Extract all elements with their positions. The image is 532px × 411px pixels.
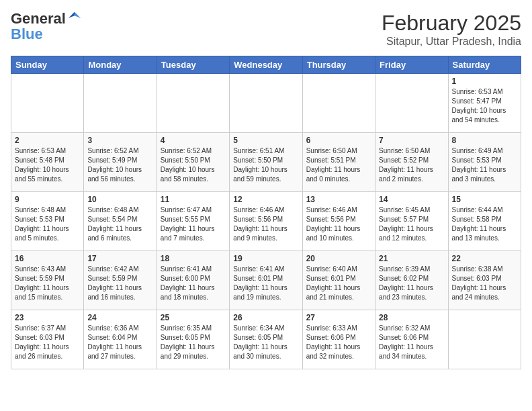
calendar-cell: 19Sunrise: 6:41 AM Sunset: 6:01 PM Dayli… (230, 251, 302, 310)
day-number: 18 (161, 254, 226, 263)
day-number: 8 (452, 136, 517, 145)
calendar-week-1: 1Sunrise: 6:53 AM Sunset: 5:47 PM Daylig… (11, 74, 521, 133)
calendar-cell (157, 74, 229, 133)
weekday-header-row: SundayMondayTuesdayWednesdayThursdayFrid… (11, 56, 521, 74)
day-number: 1 (452, 77, 517, 86)
calendar-cell (84, 74, 157, 133)
calendar-cell: 5Sunrise: 6:51 AM Sunset: 5:50 PM Daylig… (230, 133, 302, 192)
calendar-cell: 21Sunrise: 6:39 AM Sunset: 6:02 PM Dayli… (375, 251, 448, 310)
day-info: Sunrise: 6:35 AM Sunset: 6:05 PM Dayligh… (161, 324, 226, 361)
calendar-cell: 18Sunrise: 6:41 AM Sunset: 6:00 PM Dayli… (157, 251, 229, 310)
day-info: Sunrise: 6:47 AM Sunset: 5:55 PM Dayligh… (161, 205, 226, 243)
day-number: 12 (233, 195, 298, 204)
calendar-cell (448, 310, 521, 369)
day-number: 15 (452, 195, 517, 204)
day-info: Sunrise: 6:50 AM Sunset: 5:51 PM Dayligh… (306, 146, 371, 184)
calendar-cell: 3Sunrise: 6:52 AM Sunset: 5:49 PM Daylig… (84, 133, 157, 192)
day-number: 26 (233, 313, 298, 322)
weekday-friday: Friday (375, 56, 448, 74)
calendar-week-2: 2Sunrise: 6:53 AM Sunset: 5:48 PM Daylig… (11, 133, 521, 192)
calendar-cell: 17Sunrise: 6:42 AM Sunset: 5:59 PM Dayli… (84, 251, 157, 310)
day-info: Sunrise: 6:53 AM Sunset: 5:47 PM Dayligh… (452, 87, 517, 125)
day-number: 3 (87, 136, 152, 145)
calendar-cell: 8Sunrise: 6:49 AM Sunset: 5:53 PM Daylig… (448, 133, 521, 192)
calendar-cell: 9Sunrise: 6:48 AM Sunset: 5:53 PM Daylig… (11, 192, 84, 251)
calendar-cell: 1Sunrise: 6:53 AM Sunset: 5:47 PM Daylig… (448, 74, 521, 133)
day-info: Sunrise: 6:50 AM Sunset: 5:52 PM Dayligh… (379, 146, 444, 184)
calendar-cell: 11Sunrise: 6:47 AM Sunset: 5:55 PM Dayli… (157, 192, 229, 251)
day-info: Sunrise: 6:43 AM Sunset: 5:59 PM Dayligh… (15, 265, 80, 302)
day-info: Sunrise: 6:36 AM Sunset: 6:04 PM Dayligh… (87, 324, 152, 361)
calendar-cell: 26Sunrise: 6:34 AM Sunset: 6:05 PM Dayli… (230, 310, 302, 369)
day-number: 27 (306, 313, 371, 322)
logo-general: General (11, 11, 66, 26)
day-number: 2 (15, 136, 80, 145)
day-number: 16 (15, 254, 80, 263)
calendar-week-5: 23Sunrise: 6:37 AM Sunset: 6:03 PM Dayli… (11, 310, 521, 369)
calendar-cell: 20Sunrise: 6:40 AM Sunset: 6:01 PM Dayli… (302, 251, 375, 310)
day-info: Sunrise: 6:41 AM Sunset: 6:01 PM Dayligh… (233, 265, 298, 302)
day-number: 6 (306, 136, 371, 145)
weekday-monday: Monday (84, 56, 157, 74)
day-info: Sunrise: 6:39 AM Sunset: 6:02 PM Dayligh… (379, 265, 444, 302)
day-info: Sunrise: 6:33 AM Sunset: 6:06 PM Dayligh… (306, 324, 371, 361)
calendar-cell: 12Sunrise: 6:46 AM Sunset: 5:56 PM Dayli… (230, 192, 302, 251)
day-info: Sunrise: 6:37 AM Sunset: 6:03 PM Dayligh… (15, 324, 80, 361)
day-info: Sunrise: 6:34 AM Sunset: 6:05 PM Dayligh… (233, 324, 298, 361)
calendar-week-3: 9Sunrise: 6:48 AM Sunset: 5:53 PM Daylig… (11, 192, 521, 251)
day-info: Sunrise: 6:53 AM Sunset: 5:48 PM Dayligh… (15, 146, 80, 184)
day-info: Sunrise: 6:48 AM Sunset: 5:53 PM Dayligh… (15, 205, 80, 243)
day-info: Sunrise: 6:51 AM Sunset: 5:50 PM Dayligh… (233, 146, 298, 184)
day-info: Sunrise: 6:41 AM Sunset: 6:00 PM Dayligh… (161, 265, 226, 302)
day-number: 22 (452, 254, 517, 263)
day-info: Sunrise: 6:52 AM Sunset: 5:49 PM Dayligh… (87, 146, 152, 184)
weekday-thursday: Thursday (302, 56, 375, 74)
day-info: Sunrise: 6:32 AM Sunset: 6:06 PM Dayligh… (379, 324, 444, 361)
day-info: Sunrise: 6:40 AM Sunset: 6:01 PM Dayligh… (306, 265, 371, 302)
calendar-cell: 15Sunrise: 6:44 AM Sunset: 5:58 PM Dayli… (448, 192, 521, 251)
weekday-tuesday: Tuesday (157, 56, 229, 74)
title-section: February 2025 Sitapur, Uttar Pradesh, In… (382, 11, 521, 48)
day-number: 20 (306, 254, 371, 263)
calendar-cell: 25Sunrise: 6:35 AM Sunset: 6:05 PM Dayli… (157, 310, 229, 369)
day-info: Sunrise: 6:46 AM Sunset: 5:56 PM Dayligh… (233, 205, 298, 243)
calendar-cell: 6Sunrise: 6:50 AM Sunset: 5:51 PM Daylig… (302, 133, 375, 192)
day-number: 23 (15, 313, 80, 322)
day-number: 14 (379, 195, 444, 204)
calendar-table: SundayMondayTuesdayWednesdayThursdayFrid… (11, 56, 521, 369)
day-number: 17 (87, 254, 152, 263)
calendar-cell: 27Sunrise: 6:33 AM Sunset: 6:06 PM Dayli… (302, 310, 375, 369)
day-number: 25 (161, 313, 226, 322)
weekday-sunday: Sunday (11, 56, 84, 74)
day-info: Sunrise: 6:38 AM Sunset: 6:03 PM Dayligh… (452, 265, 517, 302)
calendar-cell (375, 74, 448, 133)
logo: General Blue (11, 11, 82, 42)
day-number: 9 (15, 195, 80, 204)
day-info: Sunrise: 6:46 AM Sunset: 5:56 PM Dayligh… (306, 205, 371, 243)
logo-icon (67, 11, 82, 26)
day-number: 4 (161, 136, 226, 145)
calendar-cell: 28Sunrise: 6:32 AM Sunset: 6:06 PM Dayli… (375, 310, 448, 369)
calendar-cell: 4Sunrise: 6:52 AM Sunset: 5:50 PM Daylig… (157, 133, 229, 192)
calendar-cell: 14Sunrise: 6:45 AM Sunset: 5:57 PM Dayli… (375, 192, 448, 251)
calendar-cell: 24Sunrise: 6:36 AM Sunset: 6:04 PM Dayli… (84, 310, 157, 369)
day-number: 5 (233, 136, 298, 145)
day-number: 24 (87, 313, 152, 322)
day-number: 13 (306, 195, 371, 204)
weekday-saturday: Saturday (448, 56, 521, 74)
calendar-cell: 22Sunrise: 6:38 AM Sunset: 6:03 PM Dayli… (448, 251, 521, 310)
calendar-week-4: 16Sunrise: 6:43 AM Sunset: 5:59 PM Dayli… (11, 251, 521, 310)
logo-blue: Blue (11, 26, 43, 42)
calendar-cell: 7Sunrise: 6:50 AM Sunset: 5:52 PM Daylig… (375, 133, 448, 192)
weekday-wednesday: Wednesday (230, 56, 302, 74)
day-info: Sunrise: 6:44 AM Sunset: 5:58 PM Dayligh… (452, 205, 517, 243)
calendar-cell (302, 74, 375, 133)
day-number: 11 (161, 195, 226, 204)
day-number: 19 (233, 254, 298, 263)
day-number: 7 (379, 136, 444, 145)
day-info: Sunrise: 6:45 AM Sunset: 5:57 PM Dayligh… (379, 205, 444, 243)
day-info: Sunrise: 6:42 AM Sunset: 5:59 PM Dayligh… (87, 265, 152, 302)
calendar-cell (230, 74, 302, 133)
calendar-cell: 23Sunrise: 6:37 AM Sunset: 6:03 PM Dayli… (11, 310, 84, 369)
day-number: 28 (379, 313, 444, 322)
